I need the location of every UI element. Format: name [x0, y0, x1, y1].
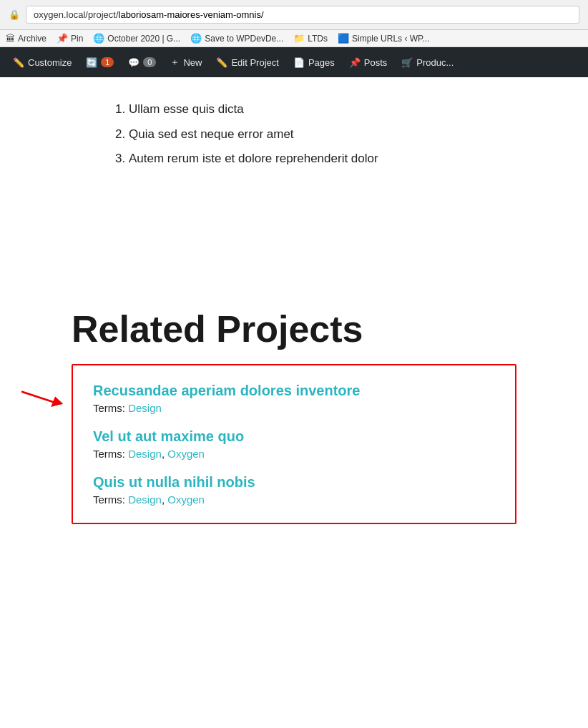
- customize-label: Customize: [28, 57, 72, 68]
- pages-label: Pages: [308, 57, 335, 68]
- bookmark-october-label: October 2020 | G...: [107, 34, 180, 44]
- new-label: New: [183, 57, 202, 68]
- list-item-1: Ullam esse quis dicta: [129, 99, 474, 121]
- lock-icon: 🔒: [9, 9, 20, 20]
- admin-posts[interactable]: 📌 Posts: [342, 47, 395, 77]
- globe-icon-2: 🌐: [190, 33, 202, 44]
- arrow-container: Recusandae aperiam dolores inventore Ter…: [72, 364, 516, 524]
- bookmark-ltds[interactable]: 📁 LTDs: [293, 33, 328, 44]
- spacer: [0, 195, 588, 280]
- pin-icon: 📌: [57, 33, 68, 44]
- bookmark-pin-label: Pin: [71, 34, 83, 44]
- list-item-2: Quia sed est neque error amet: [129, 124, 474, 146]
- project-link-3[interactable]: Quis ut nulla nihil nobis: [93, 474, 495, 491]
- list-item-3: Autem rerum iste et dolore reprehenderit…: [129, 148, 474, 170]
- project-terms-1: Terms: Design: [93, 402, 495, 414]
- wp-admin-bar: ✏️ Customize 🔄 1 💬 0 ＋ New ✏️ Edit Proje…: [0, 47, 588, 77]
- project-terms-3: Terms: Design, Oxygen: [93, 493, 495, 506]
- red-arrow-icon: [21, 385, 64, 407]
- wp-icon: 🟦: [338, 33, 349, 44]
- bookmark-save[interactable]: 🌐 Save to WPDevDe...: [190, 33, 283, 44]
- related-projects-title: Related Projects: [72, 309, 516, 350]
- admin-comments[interactable]: 💬 0: [121, 47, 163, 77]
- posts-label: Posts: [364, 57, 388, 68]
- folder-icon: 📁: [293, 33, 305, 44]
- revisions-icon: 🔄: [86, 57, 97, 68]
- bookmark-pin[interactable]: 📌 Pin: [57, 33, 83, 44]
- url-prefix: oxygen.local/project/: [34, 9, 119, 20]
- term-link-oxygen-3[interactable]: Oxygen: [167, 493, 205, 506]
- term-link-design-1[interactable]: Design: [128, 402, 162, 414]
- globe-icon-1: 🌐: [93, 33, 104, 44]
- bookmark-simple-urls-label: Simple URLs ‹ WP...: [352, 34, 429, 44]
- terms-label-2: Terms:: [93, 448, 125, 460]
- admin-customize[interactable]: ✏️ Customize: [6, 47, 79, 77]
- bookmark-archive-label: Archive: [18, 34, 46, 44]
- admin-edit-project[interactable]: ✏️ Edit Project: [209, 47, 285, 77]
- term-link-design-2[interactable]: Design: [128, 448, 162, 460]
- bookmarks-bar: 🏛 Archive 📌 Pin 🌐 October 2020 | G... 🌐 …: [0, 30, 588, 47]
- term-link-oxygen-2[interactable]: Oxygen: [167, 448, 205, 460]
- admin-revisions[interactable]: 🔄 1: [79, 47, 121, 77]
- new-plus-icon: ＋: [170, 56, 180, 69]
- pages-icon: 📄: [293, 57, 305, 68]
- related-projects-box: Recusandae aperiam dolores inventore Ter…: [72, 364, 516, 524]
- url-highlight: laboriosam-maiores-veniam-omnis/: [119, 9, 264, 20]
- posts-icon: 📌: [349, 57, 361, 68]
- customize-icon: ✏️: [13, 57, 24, 68]
- bookmark-october[interactable]: 🌐 October 2020 | G...: [93, 33, 180, 44]
- admin-new[interactable]: ＋ New: [163, 47, 209, 77]
- products-label: Produc...: [416, 57, 454, 68]
- archive-icon: 🏛: [6, 33, 15, 44]
- admin-products[interactable]: 🛒 Produc...: [394, 47, 461, 77]
- revisions-badge: 1: [101, 57, 114, 67]
- browser-bar: 🔒 oxygen.local/project/laboriosam-maiore…: [0, 0, 588, 30]
- terms-label-3: Terms:: [93, 493, 125, 506]
- comments-icon: 💬: [128, 57, 139, 68]
- content-list: Ullam esse quis dicta Quia sed est neque…: [114, 99, 474, 170]
- project-item-2: Vel ut aut maxime quo Terms: Design, Oxy…: [93, 428, 495, 460]
- edit-project-label: Edit Project: [231, 57, 278, 68]
- bookmark-archive[interactable]: 🏛 Archive: [6, 33, 46, 44]
- related-projects-section: Related Projects Recusandae aperiam dolo…: [0, 280, 588, 546]
- bookmark-simple-urls[interactable]: 🟦 Simple URLs ‹ WP...: [338, 33, 429, 44]
- comments-badge: 0: [143, 57, 156, 67]
- project-item-1: Recusandae aperiam dolores inventore Ter…: [93, 383, 495, 414]
- project-terms-2: Terms: Design, Oxygen: [93, 448, 495, 460]
- bookmark-save-label: Save to WPDevDe...: [205, 34, 283, 44]
- products-icon: 🛒: [401, 57, 413, 68]
- edit-icon: ✏️: [216, 57, 227, 68]
- page-content: Ullam esse quis dicta Quia sed est neque…: [0, 77, 588, 195]
- project-item-3: Quis ut nulla nihil nobis Terms: Design,…: [93, 474, 495, 506]
- terms-label-1: Terms:: [93, 402, 125, 414]
- project-link-2[interactable]: Vel ut aut maxime quo: [93, 428, 495, 445]
- bookmark-ltds-label: LTDs: [308, 34, 328, 44]
- term-link-design-3[interactable]: Design: [128, 493, 162, 506]
- admin-pages[interactable]: 📄 Pages: [286, 47, 342, 77]
- url-bar[interactable]: oxygen.local/project/laboriosam-maiores-…: [26, 6, 579, 24]
- svg-line-0: [21, 392, 55, 403]
- project-link-1[interactable]: Recusandae aperiam dolores inventore: [93, 383, 495, 399]
